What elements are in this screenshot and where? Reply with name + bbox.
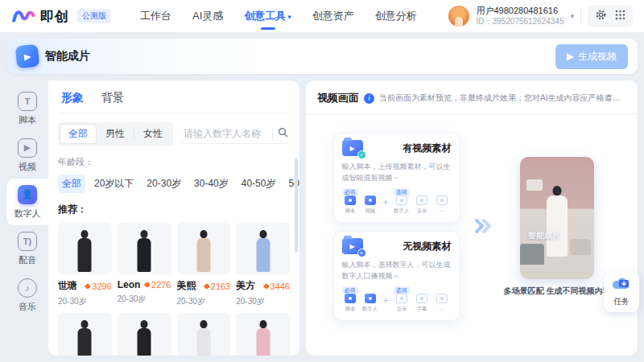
voiceover-icon: T)	[18, 232, 37, 251]
preview-title: 视频画面	[317, 91, 359, 105]
digital-human-photo	[236, 223, 290, 274]
digital-human-card[interactable]: 世菲7304	[58, 313, 112, 356]
more-icon	[436, 195, 448, 205]
mini-music: 音乐	[394, 294, 410, 313]
age-20-30[interactable]: 20-30岁	[142, 175, 185, 193]
rail-item-voiceover[interactable]: T) 配音	[6, 225, 48, 272]
scrollbar[interactable]	[295, 158, 298, 253]
folder-video-icon: ▶✓	[342, 140, 363, 156]
mini-digital-human: 数字人	[362, 294, 378, 313]
nav-menu: 工作台 AI灵感 创意工具▾ 创意资产 创意分析	[140, 1, 440, 31]
recommend-label: 推荐：	[58, 203, 290, 216]
logo-swoosh-icon	[11, 7, 35, 26]
age-under-20[interactable]: 20岁以下	[90, 175, 138, 193]
age-40-50[interactable]: 40-50岁	[237, 175, 280, 193]
nav-item-creative-analysis[interactable]: 创意分析	[375, 1, 417, 31]
preview-caption: 多场景匹配 生成不同视频内容	[504, 286, 611, 297]
flame-icon	[144, 282, 151, 288]
hot-count: 2163	[204, 282, 230, 291]
mini-more: …	[434, 195, 450, 215]
room-sofa	[520, 244, 544, 265]
age-range-label: 年龄段：	[58, 156, 290, 168]
rail-item-script[interactable]: T 脚本	[6, 85, 48, 132]
beta-badge: 公测版	[77, 9, 111, 23]
flame-icon	[204, 282, 210, 289]
video-preview-panel: 视频画面 i 当前画面为素材预览，非最终成片效果；您对AI生成内容应严格遵循国家…	[306, 80, 638, 356]
age-30-40[interactable]: 30-40岁	[190, 175, 233, 193]
rail-item-video[interactable]: ▶ 视频	[6, 132, 48, 179]
digital-human-card[interactable]: 世瑭3296 20-30岁	[58, 223, 112, 307]
music-icon: ♪	[18, 278, 37, 298]
digital-human-photo	[58, 223, 112, 274]
hot-count: 2276	[145, 280, 171, 290]
task-button[interactable]: 任务	[604, 271, 639, 312]
panel-tabs: 形象 背景	[58, 80, 290, 113]
gender-male[interactable]: 男性	[97, 124, 134, 144]
mini-subtitle: 字幕	[414, 294, 430, 313]
chevron-down-icon[interactable]: ▾	[570, 12, 574, 20]
chevron-down-icon: ▾	[287, 13, 291, 21]
apps-grid-icon[interactable]	[615, 10, 625, 23]
app-logo[interactable]: 即创	[11, 7, 69, 26]
music-icon	[416, 195, 427, 205]
digital-human-card[interactable]: 宁烟2903	[236, 313, 290, 356]
hot-count: 3296	[85, 282, 111, 291]
logo-text: 即创	[40, 7, 69, 26]
top-nav: 即创 公测版 工作台 AI灵感 创意工具▾ 创意资产 创意分析 用户498028…	[0, 0, 644, 32]
left-rail: T 脚本 ▶ 视频 👤 数字人 T) 配音 ♪ 音乐	[6, 80, 48, 356]
nav-icon-box	[588, 5, 633, 27]
rail-item-digital-human[interactable]: 👤 数字人	[6, 179, 48, 225]
generate-video-button[interactable]: ▶ 生成视频	[555, 44, 628, 69]
search-input[interactable]	[184, 128, 267, 139]
digital-human-icon	[365, 294, 376, 303]
user-name: 用户4980280481616	[476, 6, 564, 16]
gear-icon[interactable]	[595, 9, 607, 23]
music-icon	[396, 294, 407, 303]
rail-item-music[interactable]: ♪ 音乐	[6, 272, 48, 319]
nav-item-ai-inspiration[interactable]: AI灵感	[192, 1, 223, 31]
user-meta: 用户4980280481616 ID：3952075612624345	[476, 6, 564, 26]
digital-human-card[interactable]: 美方3446 20-30岁	[236, 223, 290, 307]
digital-human-card[interactable]: Leon2276 20-30岁	[118, 223, 171, 307]
room-chair	[570, 239, 591, 255]
digital-human-card[interactable]: 美蔓4475	[177, 313, 231, 356]
presenter-figure	[553, 186, 562, 195]
video-icon	[365, 195, 376, 205]
sample-video-preview: 智能成片	[520, 157, 594, 279]
mini-music: 音乐	[414, 195, 430, 215]
video-watermark: 智能成片	[528, 230, 560, 241]
age-filter: 全部 20岁以下 20-30岁 30-40岁 40-50岁 50岁以上	[58, 175, 290, 193]
search-icon[interactable]	[278, 127, 288, 140]
age-all[interactable]: 全部	[58, 175, 85, 193]
digital-human-photo	[58, 313, 112, 356]
digital-human-icon	[396, 195, 407, 205]
divider	[272, 128, 273, 139]
digital-human-card[interactable]: 才吉2322	[118, 313, 171, 356]
with-material-card: ▶✓ 有视频素材 输入脚本，上传视频素材，可以生成智能混剪视频～ 必填 脚本 视…	[333, 133, 460, 223]
digital-human-grid: 世瑭3296 20-30岁 Leon2276 20-30岁 美熙2163 20-…	[58, 223, 290, 356]
avatar[interactable]	[448, 6, 469, 27]
nav-item-creative-tools[interactable]: 创意工具▾	[244, 1, 291, 31]
mini-script: 脚本	[342, 195, 358, 215]
gender-all[interactable]: 全部	[60, 124, 97, 144]
divider	[580, 9, 581, 23]
preview-empty-state: ▶✓ 有视频素材 输入脚本，上传视频素材，可以生成智能混剪视频～ 必填 脚本 视…	[306, 114, 638, 339]
user-area[interactable]: 用户4980280481616 ID：3952075612624345 ▾	[448, 5, 633, 27]
room-window	[526, 179, 543, 191]
hot-count: 3446	[264, 282, 290, 291]
check-badge-icon: ✓	[357, 150, 366, 159]
info-icon[interactable]: i	[364, 93, 374, 104]
plus-icon: +	[383, 295, 389, 313]
digital-human-card[interactable]: 美熙2163 20-30岁	[177, 223, 231, 307]
nav-item-creative-assets[interactable]: 创意资产	[312, 1, 354, 31]
tab-background[interactable]: 背景	[101, 91, 124, 105]
gender-female[interactable]: 女性	[134, 124, 171, 144]
nav-item-workbench[interactable]: 工作台	[140, 1, 171, 31]
search-box	[182, 124, 290, 144]
tab-appearance[interactable]: 形象	[61, 91, 84, 105]
cloud-download-icon	[612, 277, 631, 294]
play-icon: ▶	[567, 51, 574, 62]
user-id: ID：3952075612624345	[476, 17, 564, 27]
mini-video: 视频	[362, 195, 378, 215]
smart-video-icon: ▶	[15, 44, 40, 69]
